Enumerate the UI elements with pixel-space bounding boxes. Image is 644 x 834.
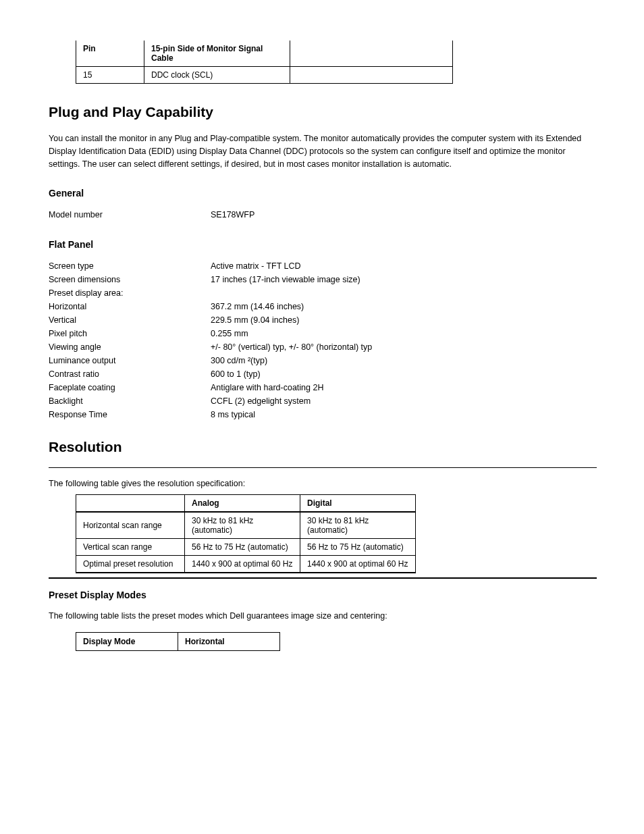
spec-label: Contrast ratio xyxy=(49,367,211,381)
spec-label: Viewing angle xyxy=(49,340,211,354)
spec-label: Backlight xyxy=(49,394,211,408)
spec-label: Preset display area: xyxy=(49,286,211,300)
spec-value: 229.5 mm (9.04 inches) xyxy=(211,313,299,327)
preset-caption: The following table lists the preset mod… xyxy=(49,610,597,623)
spec-value: Active matrix - TFT LCD xyxy=(211,259,301,273)
section-general: General Model numberSE178WFP xyxy=(49,188,597,221)
section-plug-and-play: Plug and Play Capability You can install… xyxy=(49,104,597,170)
res-row-value: 30 kHz to 81 kHz (automatic) xyxy=(300,512,416,539)
signal-cable-table-fragment: Pin 15-pin Side of Monitor Signal Cable … xyxy=(76,41,453,84)
spec-line: Screen typeActive matrix - TFT LCD xyxy=(49,259,597,273)
spec-line: Luminance output300 cd/m ²(typ) xyxy=(49,354,597,367)
spec-line: Horizontal367.2 mm (14.46 inches) xyxy=(49,300,597,313)
res-row-label: Horizontal scan range xyxy=(76,512,185,539)
spec-line: Pixel pitch0.255 mm xyxy=(49,327,597,340)
divider-thick xyxy=(49,577,597,579)
res-row-label: Optimal preset resolution xyxy=(76,556,185,573)
spec-value: 367.2 mm (14.46 inches) xyxy=(211,300,304,313)
spec-value: CCFL (2) edgelight system xyxy=(211,394,311,408)
spec-line: Response Time8 ms typical xyxy=(49,408,597,421)
spec-label: Vertical xyxy=(49,313,211,327)
table1-header-blank xyxy=(290,41,453,67)
table1-header-pin: Pin xyxy=(76,41,144,67)
heading-plug-and-play: Plug and Play Capability xyxy=(49,104,597,120)
res-row-value: 56 Hz to 75 Hz (automatic) xyxy=(185,539,300,556)
res-row-label: Vertical scan range xyxy=(76,539,185,556)
spec-label: Horizontal xyxy=(49,300,211,313)
resolution-caption: The following table gives the resolution… xyxy=(49,477,597,490)
spec-line: Vertical229.5 mm (9.04 inches) xyxy=(49,313,597,327)
spec-value: SE178WFP xyxy=(211,208,254,221)
res-row-value: 1440 x 900 at optimal 60 Hz xyxy=(185,556,300,573)
spec-value: 600 to 1 (typ) xyxy=(211,367,261,381)
spec-line: Contrast ratio600 to 1 (typ) xyxy=(49,367,597,381)
res-row-value: 30 kHz to 81 kHz (automatic) xyxy=(185,512,300,539)
section-preset-modes: Preset Display Modes The following table… xyxy=(49,590,597,651)
res-col-blank xyxy=(76,495,185,513)
spec-line: Model numberSE178WFP xyxy=(49,208,597,221)
resolution-table: Analog Digital Horizontal scan range30 k… xyxy=(76,494,416,573)
heading-general: General xyxy=(49,188,597,199)
preset-col-horizontal: Horizontal xyxy=(178,632,280,650)
paragraph-plug-and-play: You can install the monitor in any Plug … xyxy=(49,132,597,170)
spec-value: 8 ms typical xyxy=(211,408,255,421)
section-flat-panel: Flat Panel Screen typeActive matrix - TF… xyxy=(49,239,597,421)
spec-line: Faceplate coatingAntiglare with hard-coa… xyxy=(49,381,597,394)
spec-label: Pixel pitch xyxy=(49,327,211,340)
preset-modes-table: Display Mode Horizontal xyxy=(76,632,280,651)
spec-value: 300 cd/m ²(typ) xyxy=(211,354,267,367)
divider xyxy=(49,467,597,468)
table1-header-label: 15-pin Side of Monitor Signal Cable xyxy=(144,41,290,67)
spec-label: Faceplate coating xyxy=(49,381,211,394)
spec-label: Luminance output xyxy=(49,354,211,367)
spec-value: Antiglare with hard-coating 2H xyxy=(211,381,323,394)
spec-value: 17 inches (17-inch viewable image size) xyxy=(211,273,360,286)
spec-label: Model number xyxy=(49,208,211,221)
heading-resolution: Resolution xyxy=(49,439,597,455)
res-row-value: 56 Hz to 75 Hz (automatic) xyxy=(300,539,416,556)
spec-label: Screen type xyxy=(49,259,211,273)
table1-row-label: DDC clock (SCL) xyxy=(144,67,290,84)
heading-flat-panel: Flat Panel xyxy=(49,239,597,250)
preset-col-mode: Display Mode xyxy=(76,632,178,650)
spec-value: 0.255 mm xyxy=(211,327,248,340)
heading-preset-modes: Preset Display Modes xyxy=(49,590,597,600)
spec-line: Screen dimensions17 inches (17-inch view… xyxy=(49,273,597,286)
res-col-analog: Analog xyxy=(185,495,300,513)
spec-line: Viewing angle+/- 80° (vertical) typ, +/-… xyxy=(49,340,597,354)
spec-line: BacklightCCFL (2) edgelight system xyxy=(49,394,597,408)
table1-row-pin: 15 xyxy=(76,67,144,84)
spec-line: Preset display area: xyxy=(49,286,597,300)
spec-label: Screen dimensions xyxy=(49,273,211,286)
section-resolution: Resolution The following table gives the… xyxy=(49,439,597,579)
table1-row-blank xyxy=(290,67,453,84)
spec-value: +/- 80° (vertical) typ, +/- 80° (horizon… xyxy=(211,340,372,354)
spec-label: Response Time xyxy=(49,408,211,421)
res-col-digital: Digital xyxy=(300,495,416,513)
res-row-value: 1440 x 900 at optimal 60 Hz xyxy=(300,556,416,573)
